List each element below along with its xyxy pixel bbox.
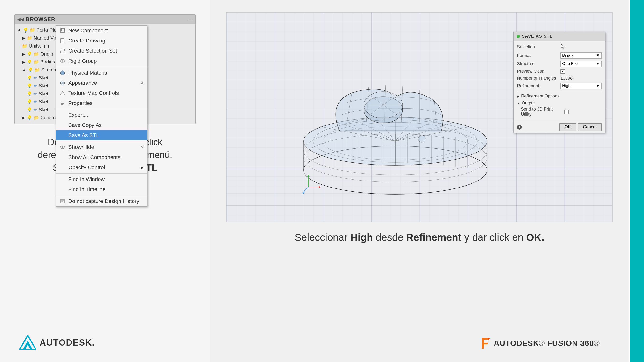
folder-icon: 📁 — [34, 59, 39, 65]
sketch-icon: ✏ — [34, 75, 37, 81]
menu-item-export[interactable]: Export... — [56, 110, 147, 120]
info-icon[interactable]: i — [517, 125, 522, 130]
menu-separator — [56, 141, 147, 141]
browser-collapse-icon[interactable]: ◀◀ — [17, 17, 24, 22]
menu-separator — [56, 173, 147, 174]
drawing-icon — [59, 37, 66, 44]
submenu-arrow-icon: ▶ — [141, 165, 144, 170]
right-panel: SAVE AS STL Selection Format Binary ▼ — [210, 0, 629, 362]
export-icon — [59, 112, 66, 118]
caption-right: Seleccionar High desde Refinement y dar … — [294, 232, 544, 243]
fusion-f-icon — [479, 337, 492, 350]
menu-item-show-hide[interactable]: Show/Hide V — [56, 142, 147, 152]
browser-title: BROWSER — [26, 16, 55, 22]
save-copy-icon — [59, 122, 66, 129]
menu-create-drawing-label: Create Drawing — [68, 38, 105, 44]
menu-no-history-label: Do not capture Design History — [68, 198, 139, 204]
dialog-format-row: Format Binary ▼ — [517, 52, 602, 59]
ok-button[interactable]: OK — [560, 123, 576, 131]
send-3d-checkbox[interactable] — [564, 110, 569, 114]
format-value: Binary — [562, 53, 574, 58]
menu-find-window-label: Find in Window — [68, 176, 104, 182]
opacity-icon — [59, 164, 66, 171]
browser-minimize-icon[interactable]: — — [188, 17, 193, 22]
expand-right-icon: ▶ — [22, 115, 25, 120]
origin-label: Origin — [40, 51, 53, 57]
dialog-footer: i OK Cancel — [514, 121, 605, 133]
svg-rect-6 — [60, 49, 65, 53]
teal-sidebar — [630, 0, 644, 362]
svg-rect-14 — [60, 102, 64, 102]
structure-label: Structure — [517, 61, 560, 66]
sketch-label: Sket — [39, 75, 48, 81]
svg-marker-85 — [319, 186, 320, 188]
autodesk-a-icon — [19, 336, 36, 350]
menu-item-appearance[interactable]: Appearance A — [56, 78, 147, 88]
menu-show-all-label: Show All Components — [68, 154, 120, 160]
show-all-icon — [59, 154, 66, 161]
output-label: Output — [522, 101, 535, 106]
menu-show-hide-label: Show/Hide — [68, 144, 94, 150]
menu-export-label: Export... — [68, 112, 88, 118]
section-collapse-icon: ▼ — [517, 101, 520, 105]
bulb-icon: 💡 — [28, 67, 33, 73]
properties-icon — [59, 100, 66, 107]
selection-cursor[interactable] — [560, 43, 602, 50]
svg-rect-16 — [60, 104, 63, 105]
find-window-icon — [59, 176, 66, 183]
dialog-triangles-row: Number of Triangles 13998 — [517, 76, 602, 81]
refinement-options-section[interactable]: ▶ Refinement Options — [517, 93, 602, 100]
menu-item-show-all[interactable]: Show All Components — [56, 152, 147, 162]
expand-right-icon: ▶ — [22, 51, 25, 57]
save-stl-icon — [59, 132, 66, 139]
svg-point-12 — [61, 82, 64, 84]
menu-texture-map-label: Texture Map Controls — [68, 90, 119, 96]
menu-physical-material-label: Physical Material — [68, 70, 108, 76]
sketch-label: Sket — [39, 91, 48, 96]
dialog-send-3d-row: Send to 3D Print Utility — [517, 107, 602, 117]
svg-point-13 — [62, 91, 63, 92]
menu-item-new-component[interactable]: New Component — [56, 25, 147, 36]
preview-mesh-label: Preview Mesh — [517, 69, 560, 74]
refinement-chevron-icon: ▼ — [596, 83, 600, 88]
bulb-icon: 💡 — [27, 59, 32, 65]
triangles-label: Number of Triangles — [517, 76, 560, 81]
menu-item-properties[interactable]: Properties — [56, 98, 147, 108]
preview-mesh-checkbox[interactable]: ✓ — [560, 69, 565, 74]
dialog-separator — [517, 91, 602, 91]
structure-dropdown[interactable]: One File ▼ — [560, 60, 602, 67]
bulb-icon: 💡 — [27, 107, 32, 112]
sketch-label: Sket — [39, 107, 48, 112]
logo-autodesk-fusion-right: AUTODESK® FUSION 360® — [479, 337, 600, 350]
menu-item-find-window[interactable]: Find in Window — [56, 174, 147, 184]
cancel-button[interactable]: Cancel — [578, 123, 602, 131]
menu-item-create-drawing[interactable]: Create Drawing — [56, 36, 147, 46]
refinement-dropdown[interactable]: High ▼ — [560, 83, 602, 89]
menu-item-save-copy[interactable]: Save Copy As — [56, 120, 147, 130]
autodesk-left-text: AUTODESK. — [40, 338, 95, 348]
menu-item-opacity[interactable]: Opacity Control ▶ — [56, 162, 147, 173]
bulb-icon: 💡 — [27, 75, 32, 81]
menu-item-create-selection[interactable]: Create Selection Set — [56, 46, 147, 56]
menu-item-find-timeline[interactable]: Find in Timeline — [56, 184, 147, 195]
menu-item-physical-material[interactable]: Physical Material — [56, 68, 147, 78]
menu-item-texture-map[interactable]: Texture Map Controls — [56, 88, 147, 98]
menu-new-component-label: New Component — [68, 27, 108, 34]
menu-item-save-stl[interactable]: Save As STL — [56, 130, 147, 140]
output-section[interactable]: ▼ Output — [517, 100, 602, 107]
menu-item-no-history[interactable]: Do not capture Design History — [56, 196, 147, 206]
menu-opacity-label: Opacity Control — [68, 164, 105, 171]
caption-right-normal3: y dar click en — [462, 232, 526, 243]
format-dropdown[interactable]: Binary ▼ — [560, 52, 602, 59]
menu-item-rigid-group[interactable]: Rigid Group — [56, 56, 147, 66]
logo-autodesk-left: AUTODESK. — [19, 336, 95, 350]
menu-rigid-group-label: Rigid Group — [68, 58, 96, 64]
rigid-icon — [59, 58, 66, 64]
menu-properties-label: Properties — [68, 100, 92, 106]
expand-icon: ▲ — [22, 67, 26, 72]
caption-right-normal2: desde — [373, 232, 406, 243]
sketch-label: Sket — [39, 99, 48, 104]
caption-right-bold3: OK. — [526, 232, 544, 243]
caption-right-normal1: Seleccionar — [294, 232, 350, 243]
menu-separator — [56, 67, 147, 67]
